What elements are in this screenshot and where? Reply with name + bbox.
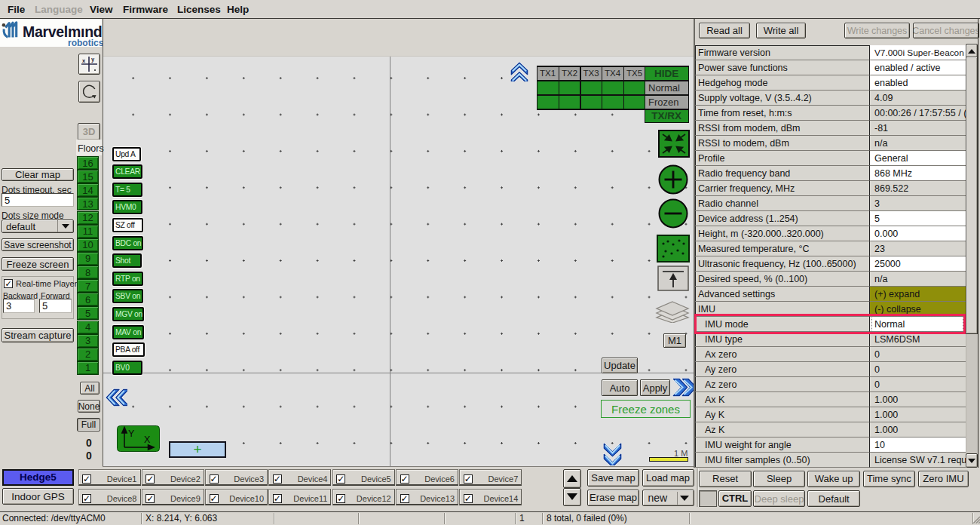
svg-text:X: X — [144, 434, 151, 445]
svg-text:x: x — [82, 57, 86, 64]
svg-text:y: y — [91, 56, 95, 63]
svg-text:Y: Y — [128, 428, 135, 439]
